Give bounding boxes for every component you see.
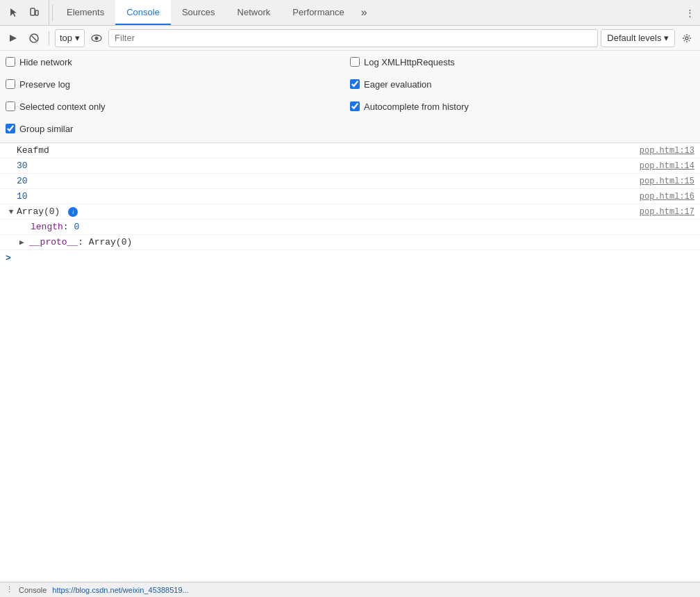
- proto-property: __proto__: Array(0): [29, 237, 700, 247]
- console-line-20: 20 pop.html:15: [0, 174, 700, 189]
- hide-network-label: Hide network: [19, 57, 72, 67]
- status-bar: ⋮ Console https://blog.csdn.net/weixin_4…: [0, 582, 700, 597]
- file-10[interactable]: pop.html:16: [640, 192, 700, 202]
- value-10: 10: [17, 191, 640, 202]
- svg-line-4: [32, 35, 37, 40]
- line-no-arrow: [6, 147, 17, 155]
- execute-icon[interactable]: [4, 29, 22, 47]
- array-expand-icon[interactable]: ▼: [6, 208, 17, 216]
- preserve-log-label: Preserve log: [19, 79, 70, 90]
- file-array[interactable]: pop.html:17: [640, 207, 700, 217]
- autocomplete-checkbox[interactable]: Autocomplete from history: [350, 101, 469, 112]
- status-dots: ⋮: [6, 585, 13, 594]
- log-xmlhttp-label: Log XMLHttpRequests: [364, 57, 455, 67]
- default-levels-button[interactable]: Default levels ▾: [601, 29, 675, 47]
- tab-console[interactable]: Console: [115, 0, 171, 25]
- svg-rect-0: [31, 8, 35, 15]
- device-toolbar-icon[interactable]: [26, 4, 43, 21]
- console-line-proto: ▶ __proto__: Array(0): [0, 235, 700, 250]
- log-xmlhttp-input[interactable]: [350, 57, 360, 67]
- input-chevron-icon: >: [6, 253, 11, 263]
- preserve-log-checkbox[interactable]: Preserve log: [6, 79, 70, 90]
- console-line-30: 30 pop.html:14: [0, 158, 700, 174]
- settings-row-2: Preserve log Eager evaluation: [6, 73, 694, 95]
- group-similar-checkbox[interactable]: Group similar: [6, 124, 73, 134]
- group-similar-label: Group similar: [19, 124, 73, 134]
- devtools-menu-button[interactable]: ⋮: [680, 0, 700, 25]
- toolbar-divider: [49, 31, 49, 45]
- length-no-arrow: [19, 223, 31, 231]
- line-no-arrow-20: [6, 177, 17, 186]
- autocomplete-input[interactable]: [350, 101, 360, 111]
- selected-context-checkbox[interactable]: Selected context only: [6, 101, 106, 112]
- tab-elements[interactable]: Elements: [56, 0, 115, 25]
- keafmd-file[interactable]: pop.html:13: [640, 146, 700, 156]
- eager-eval-checkbox[interactable]: Eager evaluation: [350, 79, 432, 90]
- length-property: length: 0: [31, 222, 700, 232]
- tab-network[interactable]: Network: [226, 0, 282, 25]
- tab-sources[interactable]: Sources: [171, 0, 226, 25]
- console-line-keafmd: Keafmd pop.html:13: [0, 143, 700, 158]
- hide-network-checkbox[interactable]: Hide network: [6, 57, 72, 67]
- eager-eval-input[interactable]: [350, 79, 360, 89]
- value-30: 30: [17, 161, 640, 171]
- console-output[interactable]: Keafmd pop.html:13 30 pop.html:14 20 pop…: [0, 143, 700, 597]
- context-value: top: [60, 33, 72, 43]
- length-val: 0: [74, 222, 79, 232]
- settings-icon[interactable]: [678, 29, 696, 47]
- selected-context-label: Selected context only: [19, 101, 106, 112]
- svg-point-6: [95, 36, 99, 40]
- settings-row-3: Selected context only Autocomplete from …: [6, 95, 694, 117]
- console-cursor[interactable]: [14, 253, 19, 263]
- file-30[interactable]: pop.html:14: [640, 161, 700, 171]
- length-key: length: [31, 222, 63, 232]
- settings-col-right-3: Autocomplete from history: [350, 101, 694, 112]
- svg-rect-1: [35, 10, 38, 15]
- log-xmlhttp-checkbox[interactable]: Log XMLHttpRequests: [350, 57, 455, 67]
- settings-col-left-2: Preserve log: [6, 79, 350, 90]
- svg-point-7: [685, 37, 688, 40]
- settings-panel: Hide network Log XMLHttpRequests Preserv…: [0, 51, 700, 143]
- proto-val: Array(0): [89, 237, 132, 247]
- context-arrow-icon: ▾: [75, 33, 80, 43]
- status-url: https://blog.csdn.net/weixin_45388519...: [52, 586, 188, 594]
- settings-col-left-3: Selected context only: [6, 101, 350, 112]
- clear-console-icon[interactable]: [25, 29, 43, 47]
- settings-row-1: Hide network Log XMLHttpRequests: [6, 51, 694, 73]
- selected-context-input[interactable]: [6, 101, 15, 111]
- context-selector[interactable]: top ▾: [55, 29, 85, 47]
- file-20[interactable]: pop.html:15: [640, 177, 700, 186]
- settings-col-right-2: Eager evaluation: [350, 79, 694, 90]
- autocomplete-label: Autocomplete from history: [364, 101, 469, 112]
- console-line-10: 10 pop.html:16: [0, 189, 700, 204]
- tab-icon-group: [0, 0, 49, 25]
- value-20: 20: [17, 176, 640, 186]
- more-tabs-button[interactable]: »: [356, 0, 373, 25]
- inspect-element-icon[interactable]: [6, 4, 22, 21]
- live-expressions-icon[interactable]: [88, 29, 106, 47]
- preserve-log-input[interactable]: [6, 79, 15, 89]
- settings-col-left-1: Hide network: [6, 57, 350, 67]
- svg-marker-2: [10, 35, 17, 42]
- eager-eval-label: Eager evaluation: [364, 79, 432, 90]
- hide-network-input[interactable]: [6, 57, 15, 67]
- filter-input[interactable]: [108, 29, 598, 47]
- settings-col-right-1: Log XMLHttpRequests: [350, 57, 694, 67]
- proto-key: __proto__: [29, 237, 78, 247]
- console-line-array: ▼ Array(0) i pop.html:17: [0, 204, 700, 220]
- default-levels-label: Default levels ▾: [607, 33, 669, 43]
- console-toolbar: top ▾ Default levels ▾: [0, 26, 700, 51]
- line-no-arrow-30: [6, 162, 17, 170]
- tab-performance[interactable]: Performance: [281, 0, 355, 25]
- keafmd-value: Keafmd: [17, 145, 640, 156]
- console-input-row: >: [0, 250, 700, 265]
- console-line-length: length: 0: [0, 220, 700, 235]
- proto-expand-icon[interactable]: ▶: [19, 238, 29, 247]
- array-info-badge[interactable]: i: [68, 207, 78, 217]
- group-similar-input[interactable]: [6, 124, 15, 133]
- devtools-container: Elements Console Sources Network Perform…: [0, 0, 700, 597]
- line-no-arrow-10: [6, 193, 17, 201]
- settings-row-4: Group similar: [6, 117, 694, 140]
- array-value: Array(0) i: [17, 206, 640, 217]
- status-label: Console: [19, 586, 47, 594]
